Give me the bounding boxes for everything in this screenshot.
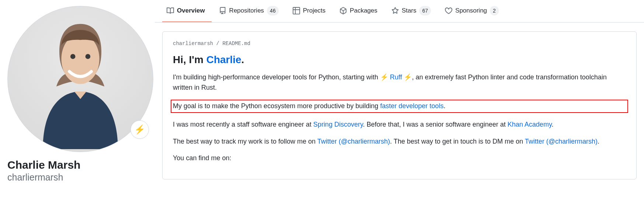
text: . <box>552 121 554 128</box>
text: . <box>598 138 599 145</box>
svg-point-2 <box>86 54 91 59</box>
tab-label: Sponsoring <box>455 7 487 15</box>
profile-fullname: Charlie Marsh <box>7 158 153 172</box>
package-icon <box>340 7 347 14</box>
readme-paragraph: You can find me on: <box>173 153 626 164</box>
heart-icon <box>445 7 452 14</box>
repo-icon <box>219 7 226 14</box>
text: . The best way to get in touch is to DM … <box>390 138 525 145</box>
status-badge[interactable]: ⚡ <box>130 120 149 139</box>
charlie-link[interactable]: Charlie <box>206 54 241 65</box>
tab-overview[interactable]: Overview <box>162 0 212 22</box>
twitter-dm-link[interactable]: Twitter (@charliermarsh) <box>525 138 598 145</box>
tab-label: Projects <box>303 7 326 15</box>
star-icon <box>391 7 399 14</box>
tab-label: Repositories <box>229 7 264 15</box>
faster-tools-link[interactable]: faster developer tools <box>380 102 443 110</box>
tab-projects[interactable]: Projects <box>288 0 332 22</box>
text: The best way to track my work is to foll… <box>173 138 317 145</box>
tab-repositories[interactable]: Repositories 46 <box>215 0 285 22</box>
readme-paragraph: The best way to track my work is to foll… <box>173 137 626 147</box>
readme-paragraph: I was most recently a staff software eng… <box>173 120 626 130</box>
zap-icon: ⚡ <box>404 73 412 81</box>
readme-paragraph: I'm building high-performance developer … <box>173 72 626 93</box>
sponsoring-count: 2 <box>490 6 499 16</box>
tab-label: Overview <box>177 7 205 15</box>
zap-icon: ⚡ <box>134 124 145 135</box>
readme-path: charliermarsh / README.md <box>173 41 626 47</box>
ruff-link[interactable]: Ruff <box>390 73 402 81</box>
text: I was most recently a staff software eng… <box>173 121 313 128</box>
readme-card: charliermarsh / README.md Hi, I'm Charli… <box>162 31 637 179</box>
avatar-container: ⚡ <box>7 6 153 152</box>
tab-packages[interactable]: Packages <box>335 0 384 22</box>
readme-path-ext: .md <box>241 41 250 47</box>
khan-academy-link[interactable]: Khan Academy <box>508 121 552 128</box>
tab-sponsoring[interactable]: Sponsoring 2 <box>441 0 505 22</box>
svg-point-1 <box>70 54 76 59</box>
book-icon <box>167 7 174 14</box>
text: . Before that, I was a senior software e… <box>363 121 508 128</box>
text: My goal is to make the Python ecosystem … <box>173 102 380 110</box>
text: . <box>443 102 445 110</box>
readme-heading: Hi, I'm Charlie. <box>173 54 626 66</box>
table-icon <box>293 7 300 14</box>
readme-path-sep: / <box>213 41 222 47</box>
repositories-count: 46 <box>267 6 279 16</box>
tab-label: Packages <box>350 7 377 15</box>
heading-text: Hi, I'm <box>173 54 206 65</box>
readme-path-user: charliermarsh <box>173 41 213 47</box>
tab-label: Stars <box>402 7 417 15</box>
zap-icon: ⚡ <box>380 73 388 81</box>
heading-text: . <box>241 54 244 65</box>
person-icon <box>29 9 132 149</box>
spring-discovery-link[interactable]: Spring Discovery <box>313 121 363 128</box>
highlighted-paragraph: My goal is to make the Python ecosystem … <box>171 100 628 113</box>
tab-stars[interactable]: Stars 67 <box>387 0 438 22</box>
stars-count: 67 <box>419 6 431 16</box>
text: I'm building high-performance developer … <box>173 73 380 81</box>
profile-username: charliermarsh <box>7 172 153 182</box>
readme-path-file: README <box>222 41 241 47</box>
profile-tabs: Overview Repositories 46 Projects Packa <box>155 0 644 23</box>
twitter-link[interactable]: Twitter (@charliermarsh) <box>317 138 390 145</box>
profile-sidebar: ⚡ Charlie Marsh charliermarsh <box>7 0 153 188</box>
main-content: Overview Repositories 46 Projects Packa <box>162 0 637 179</box>
